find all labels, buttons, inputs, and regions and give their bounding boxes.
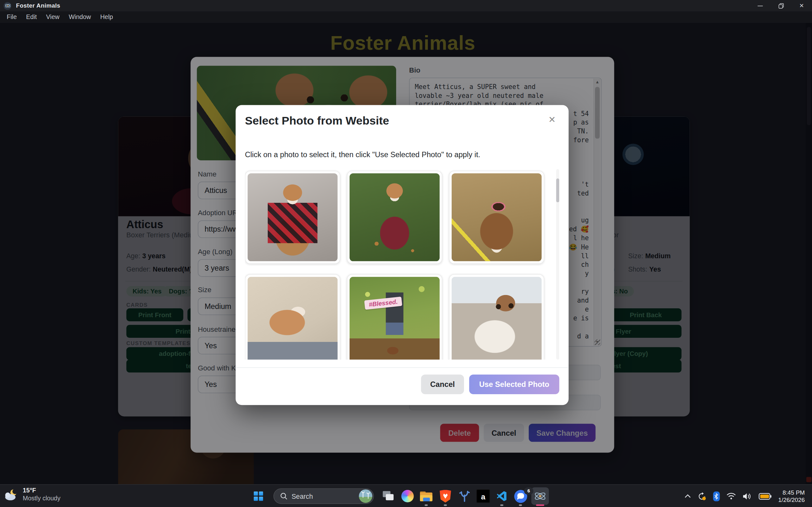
running-indicator (425, 504, 428, 506)
menu-bar: File Edit View Window Help (0, 11, 812, 23)
grid-scrollbar-thumb[interactable] (556, 178, 559, 202)
menu-view[interactable]: View (43, 12, 63, 21)
volume-icon[interactable] (743, 492, 752, 500)
battery-icon[interactable] (759, 493, 772, 499)
foster-animals-app-icon[interactable] (531, 487, 549, 505)
clock-date: 1/26/2026 (778, 496, 805, 504)
weather-condition: Mostly cloudy (23, 495, 61, 502)
photo-option-6[interactable] (449, 274, 544, 359)
menu-edit[interactable]: Edit (22, 12, 41, 21)
task-view-icon[interactable] (382, 489, 395, 503)
select-photo-modal: Select Photo from Website ✕ Click on a p… (236, 105, 569, 405)
active-app-indicator (536, 504, 544, 506)
running-indicator (444, 504, 447, 506)
photo-grid: #Blessed. (245, 169, 559, 360)
search-icon (280, 493, 287, 500)
menu-file[interactable]: File (3, 12, 20, 21)
modal-title: Select Photo from Website (245, 114, 389, 128)
modal-footer-divider (236, 367, 569, 368)
desktop-screen: Foster Animals ✕ File Edit View Window H… (0, 0, 812, 507)
modal-instruction: Click on a photo to select it, then clic… (245, 151, 480, 159)
window-titlebar: Foster Animals ✕ (0, 0, 812, 11)
taskbar: 15°F Mostly cloudy Search (0, 484, 812, 507)
close-button[interactable]: ✕ (792, 0, 812, 11)
system-tray: 8:45 PM 1/26/2026 (684, 485, 805, 507)
weather-widget[interactable]: 15°F Mostly cloudy (4, 487, 60, 502)
app-content: Foster Animals Atticus Boxer Terriers (M… (0, 23, 812, 484)
coral-app-icon[interactable] (458, 489, 471, 503)
photo-option-4[interactable] (245, 274, 340, 359)
running-indicator (500, 504, 503, 506)
app-atom-dog-icon (3, 2, 11, 9)
amd-software-icon[interactable]: a (476, 489, 490, 503)
update-icon[interactable] (698, 492, 706, 501)
search-input[interactable]: Search (273, 488, 374, 504)
window-title: Foster Animals (16, 3, 61, 9)
copilot-icon[interactable] (401, 489, 414, 503)
file-explorer-icon[interactable] (419, 489, 433, 503)
restore-button[interactable] (770, 0, 791, 11)
modal-close-icon[interactable]: ✕ (546, 113, 558, 126)
search-daily-image[interactable] (359, 489, 372, 503)
photo-option-3[interactable] (449, 171, 544, 264)
menu-help[interactable]: Help (97, 12, 117, 21)
cloud-moon-icon (4, 488, 19, 501)
brave-icon[interactable] (439, 489, 452, 503)
hidden-icons-chevron[interactable] (684, 494, 691, 498)
weather-temp: 15°F (23, 487, 61, 494)
window-controls: ✕ (750, 0, 812, 11)
running-indicator (519, 504, 522, 506)
modal-cancel-button[interactable]: Cancel (421, 375, 464, 394)
search-placeholder: Search (292, 492, 359, 500)
photo-grid-scrollbar[interactable] (556, 169, 559, 360)
taskbar-clock[interactable]: 8:45 PM 1/26/2026 (778, 489, 805, 504)
photo-option-1[interactable] (245, 171, 340, 264)
clock-time: 8:45 PM (778, 489, 805, 496)
signal-badge: 6 (524, 487, 533, 495)
blessed-sign-text: #Blessed. (364, 297, 402, 310)
photo-option-5[interactable]: #Blessed. (347, 274, 442, 359)
photo-option-2[interactable] (347, 171, 442, 264)
vscode-icon[interactable] (495, 489, 508, 503)
bluetooth-icon[interactable] (713, 491, 720, 501)
use-selected-photo-button[interactable]: Use Selected Photo (469, 375, 559, 394)
menu-window[interactable]: Window (65, 12, 95, 21)
start-button[interactable] (254, 492, 263, 501)
minimize-button[interactable] (750, 0, 770, 11)
wifi-icon[interactable] (726, 493, 735, 500)
